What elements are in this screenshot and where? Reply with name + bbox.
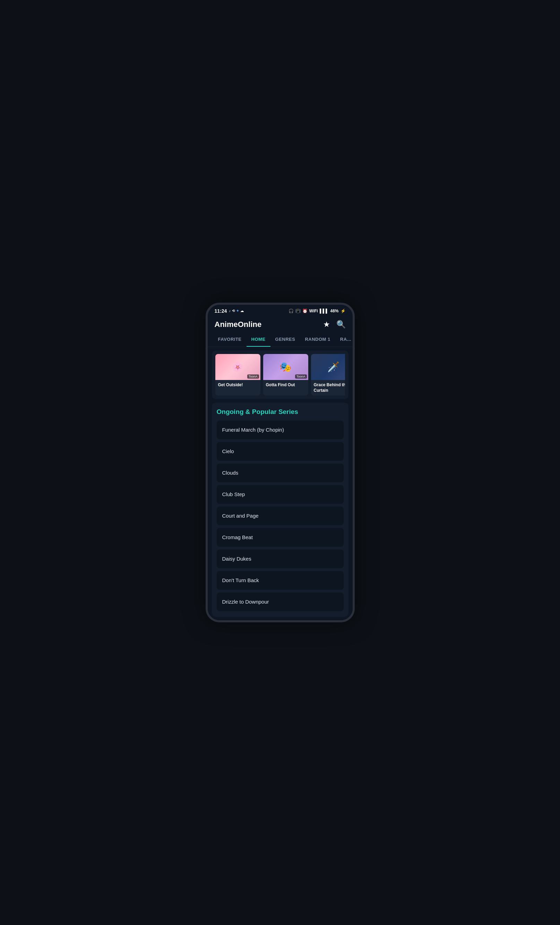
status-icons: ♪ ⟲ ✦ ☁ — [229, 309, 244, 313]
tab-genres[interactable]: GENRES — [271, 333, 300, 347]
card-image-0: 🌸 ToonA — [215, 354, 260, 380]
series-title-7: Don't Turn Back — [222, 577, 259, 583]
card-title-1: Gotta Find Out — [263, 380, 308, 390]
featured-card-1[interactable]: 🎭 ToonA Gotta Find Out — [263, 354, 308, 396]
card-image-1: 🎭 ToonA — [263, 354, 308, 380]
series-title-2: Clouds — [222, 470, 239, 476]
ongoing-section: Ongoing & Popular Series Funeral March (… — [212, 402, 348, 617]
series-title-3: Club Step — [222, 491, 245, 497]
headphone-icon: 🎧 — [289, 309, 294, 313]
tab-favorite[interactable]: FAVORITE — [213, 333, 247, 347]
series-title-0: Funeral March (by Chopin) — [222, 427, 284, 433]
tab-home[interactable]: HOME — [247, 333, 271, 347]
featured-card-0[interactable]: 🌸 ToonA Get Outside! — [215, 354, 260, 396]
battery-icon: 46% — [330, 309, 339, 313]
series-title-4: Court and Page — [222, 513, 259, 519]
status-left: 11:24 ♪ ⟲ ✦ ☁ — [215, 308, 244, 314]
cloud-icon: ☁ — [240, 309, 244, 313]
series-title-6: Daisy Dukes — [222, 556, 251, 562]
status-bar: 11:24 ♪ ⟲ ✦ ☁ 🎧 📳 ⏰ WiFi ▌▌▌ 46% ⚡ — [208, 305, 353, 316]
featured-card-2[interactable]: 🗡️ Toon Grace Behind the Curtain — [311, 354, 345, 396]
alarm-icon: ⏰ — [303, 309, 307, 313]
card-source-0: ToonA — [247, 374, 259, 379]
series-item-4[interactable]: Court and Page — [217, 506, 344, 525]
series-list: Funeral March (by Chopin) Cielo Clouds C… — [217, 420, 344, 611]
header-icons: ★ 🔍 — [323, 320, 346, 329]
phone-frame: 11:24 ♪ ⟲ ✦ ☁ 🎧 📳 ⏰ WiFi ▌▌▌ 46% ⚡ Anime… — [206, 303, 355, 622]
series-title-8: Drizzle to Downpour — [222, 599, 269, 605]
card-image-2: 🗡️ Toon — [311, 354, 345, 380]
tab-random1[interactable]: RANDOM 1 — [300, 333, 335, 347]
tab-random2[interactable]: RA... — [335, 333, 353, 347]
tiktok-icon: ♪ — [229, 309, 230, 313]
series-item-0[interactable]: Funeral March (by Chopin) — [217, 420, 344, 439]
favorites-star-icon[interactable]: ★ — [323, 320, 330, 329]
card-thumbnail-2: 🗡️ — [311, 354, 345, 380]
series-item-3[interactable]: Club Step — [217, 485, 344, 504]
cards-row: 🌸 ToonA Get Outside! 🎭 ToonA Gotta Find … — [215, 354, 345, 396]
status-right: 🎧 📳 ⏰ WiFi ▌▌▌ 46% ⚡ — [289, 309, 346, 313]
wifi-icon: WiFi — [309, 309, 318, 313]
sync-icon: ⟲ — [232, 309, 235, 313]
featured-section: 🌸 ToonA Get Outside! 🎭 ToonA Gotta Find … — [212, 351, 348, 399]
main-content: 🌸 ToonA Get Outside! 🎭 ToonA Gotta Find … — [208, 347, 353, 620]
charging-icon: ⚡ — [340, 309, 346, 313]
card-title-0: Get Outside! — [215, 380, 260, 390]
series-item-7[interactable]: Don't Turn Back — [217, 571, 344, 590]
bluetooth-icon: ✦ — [236, 309, 239, 313]
series-title-1: Cielo — [222, 448, 234, 454]
nav-tabs: FAVORITE HOME GENRES RANDOM 1 RA... — [208, 333, 353, 347]
app-title: AnimeOnline — [215, 320, 262, 329]
series-item-8[interactable]: Drizzle to Downpour — [217, 592, 344, 611]
app-header: AnimeOnline ★ 🔍 — [208, 316, 353, 333]
series-title-5: Cromag Beat — [222, 534, 253, 540]
card-title-2: Grace Behind the Curtain — [311, 380, 345, 396]
series-item-1[interactable]: Cielo — [217, 442, 344, 461]
series-item-6[interactable]: Daisy Dukes — [217, 550, 344, 568]
signal-icon: ▌▌▌ — [320, 309, 329, 313]
card-source-1: ToonA — [295, 374, 307, 379]
series-item-2[interactable]: Clouds — [217, 464, 344, 482]
vibrate-icon: 📳 — [295, 309, 301, 313]
ongoing-section-title: Ongoing & Popular Series — [217, 408, 344, 416]
status-time: 11:24 — [215, 308, 227, 314]
search-icon[interactable]: 🔍 — [336, 320, 346, 329]
series-item-5[interactable]: Cromag Beat — [217, 528, 344, 547]
